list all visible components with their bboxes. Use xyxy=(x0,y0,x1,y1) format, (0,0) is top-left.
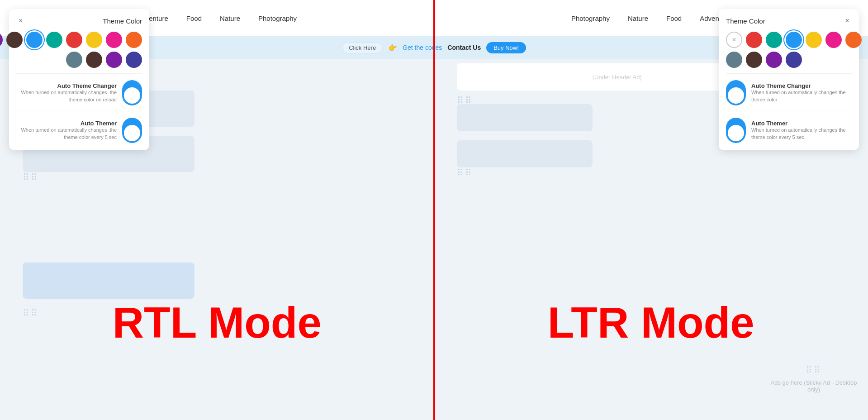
placeholder-block-right-2 xyxy=(457,140,593,167)
color-none-right[interactable]: × xyxy=(726,32,742,48)
toggle-auto-themer-left[interactable] xyxy=(122,118,142,143)
color-swatch-blue-selected-right[interactable] xyxy=(786,32,802,48)
theme-panel-right: Theme Color × × xyxy=(719,9,859,150)
close-button-right[interactable]: × xyxy=(843,16,852,25)
toggle-knob-left-2 xyxy=(124,125,140,141)
placeholder-block-left-3 xyxy=(23,262,194,299)
nav-item-food-right[interactable]: Food xyxy=(666,14,682,22)
nav-item-photography-right[interactable]: Photography xyxy=(571,14,610,22)
nav-item-food-left[interactable]: Food xyxy=(186,14,202,22)
color-swatch-yellow-left[interactable] xyxy=(86,32,102,48)
panel-divider-2-right xyxy=(726,111,852,111)
dots-sticky-right: ⠿⠿ xyxy=(768,365,859,376)
color-row-1-right: × xyxy=(726,32,852,48)
sticky-ad-text-right: Ads go here (Sticky Ad - Desktop only) xyxy=(768,379,859,393)
toggle-auto-themer-right[interactable] xyxy=(726,118,746,143)
color-swatch-navy-left[interactable] xyxy=(126,52,142,68)
theme-panel-title-right: Theme Color xyxy=(726,17,765,25)
left-side-rtl: Adventure Food Nature Photography ⠿⠿ ⠿⠿ … xyxy=(0,0,434,420)
toggle-desc-auto-theme-left: When turned on automatically changes .th… xyxy=(16,89,117,103)
click-here-btn[interactable]: Click Here xyxy=(342,42,383,53)
theme-panel-title-left: Theme Color xyxy=(103,17,142,25)
color-row-1-left: × xyxy=(16,32,142,48)
placeholder-block-right-1 xyxy=(457,104,593,131)
color-swatch-orange-right[interactable] xyxy=(845,32,862,48)
color-swatch-yellow-right[interactable] xyxy=(806,32,822,48)
nav-item-photography-left[interactable]: Photography xyxy=(258,14,297,22)
toggle-auto-theme-left[interactable] xyxy=(122,80,142,105)
toggle-knob-right-1 xyxy=(728,87,744,104)
toggle-row-auto-themer-right: Auto Themer When turned on automatically… xyxy=(726,118,852,143)
notification-emoji: 👉 xyxy=(388,43,397,52)
toggle-desc-auto-themer-right: When turned on automatically changes the… xyxy=(751,127,852,141)
toggle-title-auto-themer-left: Auto Themer xyxy=(16,120,117,127)
sticky-ad-right: ⠿⠿ Ads go here (Sticky Ad - Desktop only… xyxy=(768,365,859,393)
panel-divider-2-left xyxy=(16,111,142,111)
rtl-mode-label: RTL Mode xyxy=(113,298,322,348)
color-swatch-navy-right[interactable] xyxy=(786,52,802,68)
color-swatch-slate-left[interactable] xyxy=(66,52,82,68)
toggle-row-auto-theme-right: Auto Theme Changer When turned on automa… xyxy=(726,80,852,105)
color-swatch-violet-right[interactable] xyxy=(766,52,782,68)
color-swatch-blue-selected-left[interactable] xyxy=(26,32,43,48)
get-codes-link[interactable]: Get the codes xyxy=(403,44,442,51)
under-header-ad-text-right: (Under Header Ad) xyxy=(593,74,642,81)
toggle-label-auto-themer-left: Auto Themer When turned on automatically… xyxy=(16,120,117,141)
toggle-row-auto-theme-left: Auto Theme Changer When turned on automa… xyxy=(16,80,142,105)
mode-divider xyxy=(433,0,435,420)
color-swatch-darkbrown-left[interactable] xyxy=(86,52,102,68)
nav-left: Adventure Food Nature Photography xyxy=(137,14,297,22)
toggle-title-auto-theme-right: Auto Theme Changer xyxy=(751,82,852,89)
toggle-knob-left-1 xyxy=(124,87,140,104)
ltr-mode-label: LTR Mode xyxy=(548,298,754,348)
dots-left-3: ⠿⠿ xyxy=(23,308,39,319)
dots-left-2: ⠿⠿ xyxy=(23,172,39,183)
color-swatch-brown-left[interactable] xyxy=(6,32,23,48)
color-swatch-brown-right[interactable] xyxy=(746,52,762,68)
nav-item-nature-right[interactable]: Nature xyxy=(628,14,648,22)
toggle-title-auto-theme-left: Auto Theme Changer xyxy=(16,82,117,89)
toggle-desc-auto-themer-left: When turned on automatically changes .th… xyxy=(16,127,117,141)
panel-divider-1-left xyxy=(16,73,142,74)
color-swatch-red-left[interactable] xyxy=(66,32,82,48)
contact-us-link[interactable]: Contact Us xyxy=(447,44,481,51)
color-row-2-left xyxy=(16,52,142,68)
panel-divider-1-right xyxy=(726,73,852,74)
nav-right: Photography Nature Food Adventure xyxy=(571,14,731,22)
color-swatch-pink-left[interactable] xyxy=(106,32,122,48)
color-swatch-teal-left[interactable] xyxy=(46,32,62,48)
toggle-row-auto-themer-left: Auto Themer When turned on automatically… xyxy=(16,118,142,143)
dots-right-2: ⠿⠿ xyxy=(457,167,473,178)
close-button-left[interactable]: × xyxy=(16,16,25,25)
nav-item-nature-left[interactable]: Nature xyxy=(220,14,240,22)
buy-now-btn[interactable]: Buy Now! xyxy=(486,42,526,53)
toggle-desc-auto-theme-right: When turned on automatically changes the… xyxy=(751,89,852,103)
color-swatch-violet-left[interactable] xyxy=(106,52,122,68)
theme-panel-left: × Theme Color × xyxy=(9,9,149,150)
color-swatch-red-right[interactable] xyxy=(746,32,762,48)
toggle-label-auto-theme-right: Auto Theme Changer When turned on automa… xyxy=(751,82,852,103)
toggle-label-auto-themer-right: Auto Themer When turned on automatically… xyxy=(751,120,852,141)
color-swatch-teal-right[interactable] xyxy=(766,32,782,48)
theme-panel-header-right: Theme Color × xyxy=(726,16,852,25)
color-swatch-pink-right[interactable] xyxy=(825,32,842,48)
theme-panel-header-left: × Theme Color xyxy=(16,16,142,25)
color-row-2-right xyxy=(726,52,852,68)
toggle-label-auto-theme-left: Auto Theme Changer When turned on automa… xyxy=(16,82,117,103)
color-swatch-slate-right[interactable] xyxy=(726,52,742,68)
toggle-title-auto-themer-right: Auto Themer xyxy=(751,120,852,127)
toggle-auto-theme-right[interactable] xyxy=(726,80,746,105)
right-side-ltr: Photography Nature Food Adventure (Under… xyxy=(434,0,868,420)
main-container: Adventure Food Nature Photography ⠿⠿ ⠿⠿ … xyxy=(0,0,868,420)
color-swatch-orange-left[interactable] xyxy=(126,32,142,48)
toggle-knob-right-2 xyxy=(728,125,744,141)
